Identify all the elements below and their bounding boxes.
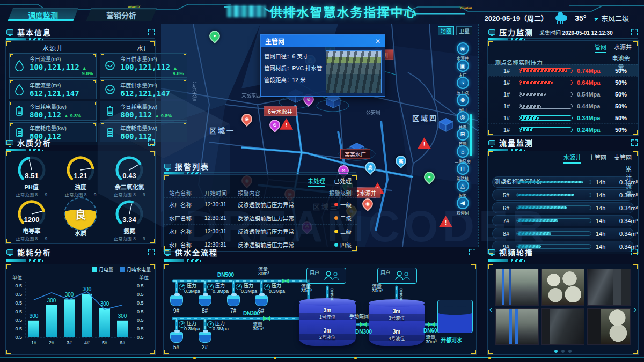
alarm-site: 水厂名称 bbox=[169, 214, 204, 222]
expand-icon[interactable] bbox=[148, 29, 155, 35]
video-thumbnail-dark-equipment-2[interactable] bbox=[541, 308, 585, 345]
video-thumbnail-tank-wall[interactable] bbox=[541, 269, 585, 306]
expand-icon[interactable] bbox=[631, 29, 638, 35]
svg-text:0.5: 0.5 bbox=[137, 283, 144, 289]
stat-label: 年度耗电量(kw) bbox=[30, 124, 67, 132]
well-label: 9# bbox=[173, 308, 179, 314]
pressure-value: 0.3Mpa bbox=[213, 326, 229, 331]
map-mode-satellite-button[interactable]: 卫星 bbox=[456, 26, 472, 35]
point-name: 7# bbox=[496, 218, 516, 224]
svg-text:0.5: 0.5 bbox=[15, 317, 22, 323]
legend-3-button[interactable]: ⊗ bbox=[457, 94, 469, 106]
stat-delta-up: ▲ 9.8% bbox=[173, 65, 184, 76]
svg-text:0.5: 0.5 bbox=[137, 309, 144, 314]
pressure-bar bbox=[519, 92, 573, 97]
alarm-tab[interactable]: 未处理 bbox=[308, 176, 325, 187]
water-grade-value: 良 bbox=[65, 198, 96, 230]
svg-text:0.5: 0.5 bbox=[15, 283, 22, 289]
table-row: 1#0.54Mpa50% bbox=[488, 88, 638, 100]
legend-8-button[interactable]: △ bbox=[457, 180, 469, 192]
column-header: 测点名称 bbox=[494, 58, 519, 67]
flow-tab[interactable]: 支管网 bbox=[614, 153, 632, 164]
valve-icon bbox=[360, 322, 367, 327]
legend-6-button[interactable]: ⌂ bbox=[457, 145, 469, 158]
video-thumbnail-tank-wall-dark[interactable] bbox=[587, 308, 631, 345]
flow-tab[interactable]: 主管网 bbox=[589, 153, 606, 164]
water-drop-icon bbox=[13, 83, 26, 96]
expand-icon[interactable] bbox=[148, 249, 155, 255]
map-tag[interactable]: 某某水厂 bbox=[340, 149, 370, 159]
expand-icon[interactable] bbox=[631, 139, 638, 146]
date-text: 2020-05-19（周二） bbox=[485, 13, 548, 23]
legend-2-button[interactable]: ◔ bbox=[457, 77, 469, 89]
map-tag[interactable]: 6号水源井 bbox=[264, 106, 297, 116]
duration-bar bbox=[516, 180, 591, 184]
stat-value: 800,112 bbox=[30, 110, 61, 119]
stat-value: 100,121,112 bbox=[120, 63, 170, 71]
carousel-next-arrow[interactable]: › bbox=[633, 304, 636, 315]
gauge-label: 浊度 bbox=[75, 182, 86, 191]
legend-0-button[interactable]: ◉ bbox=[457, 42, 469, 55]
point-name: 5# bbox=[496, 192, 516, 198]
expand-icon[interactable] bbox=[631, 249, 638, 255]
panel-icon bbox=[6, 140, 13, 145]
popup-row: 管段距离：12 米 bbox=[264, 74, 323, 86]
expand-icon[interactable] bbox=[469, 249, 475, 255]
pipe-name: DN300 bbox=[355, 329, 372, 335]
panel-video: 视频轮播 ‹ › bbox=[485, 246, 641, 357]
point-name: 1# bbox=[494, 79, 519, 86]
panel-title: 供水全流程 bbox=[175, 247, 218, 257]
point-name: 1# bbox=[494, 115, 519, 121]
pressure-tab[interactable]: 管网 bbox=[595, 42, 606, 53]
alarm-content: 反渗透膜前后压力异常 bbox=[238, 214, 318, 222]
pressure-value: 0.44Mpa bbox=[577, 103, 610, 109]
carousel-prev-arrow[interactable]: ‹ bbox=[489, 304, 493, 315]
level-dot bbox=[334, 230, 338, 233]
legend-1-button[interactable]: ▣ bbox=[457, 60, 469, 72]
alarm-tab[interactable]: 已处理 bbox=[334, 176, 352, 187]
alarm-columns: 站点名称开始时间报警内容报警级别 bbox=[164, 188, 357, 197]
map-zoom-slider[interactable] bbox=[470, 114, 472, 156]
point-name: 1# bbox=[494, 68, 519, 74]
alarm-content: 反渗透膜前后压力异常 bbox=[238, 201, 318, 209]
svg-text:8.51: 8.51 bbox=[25, 172, 38, 180]
carousel-dot[interactable] bbox=[561, 350, 565, 353]
duration-bar bbox=[516, 218, 591, 223]
water-tank: 3m3号液位3m4号液位 bbox=[369, 303, 425, 346]
user-pipe-name: DN500 bbox=[330, 288, 334, 301]
video-thumbnail-pump-room[interactable] bbox=[495, 269, 539, 306]
table-row: 1#0.64Mpa50% bbox=[488, 76, 638, 88]
stat-text: 年度流量(m³)612,121,147 bbox=[30, 81, 79, 98]
legend-5-button[interactable]: ⊞ bbox=[457, 128, 469, 141]
pressure-bar bbox=[519, 115, 573, 121]
popup-title: 主管网 bbox=[265, 36, 284, 46]
video-thumbnail-dark-equipment[interactable] bbox=[587, 269, 631, 306]
flow-tab[interactable]: 水源井 bbox=[564, 153, 581, 164]
video-thumbnail-pump-room-blue[interactable] bbox=[495, 308, 539, 345]
carousel-dot[interactable] bbox=[568, 350, 572, 353]
flow-value: 30m³ bbox=[426, 339, 437, 344]
duration-value: 14h bbox=[596, 231, 619, 237]
carousel-dot[interactable] bbox=[554, 350, 558, 353]
stat-delta-up: ▲ 9.8% bbox=[64, 113, 81, 119]
legend-7-button[interactable]: ⊓ bbox=[457, 162, 469, 175]
panel-icon bbox=[6, 29, 13, 35]
panel-process: 供水全流程 DN500流量30m³DN300流量30m³压力0.3Mpa9#压力… bbox=[161, 246, 479, 357]
panel-alarm-list: 报警列表 未处理已处理 站点名称开始时间报警内容报警级别 水厂名称12:30:3… bbox=[161, 161, 360, 245]
group-title: 水厂 bbox=[100, 43, 187, 51]
legend-4-button[interactable]: ◎ bbox=[457, 111, 469, 123]
pipe-name: DN300 bbox=[243, 311, 260, 316]
pressure-tab[interactable]: 水源井 bbox=[614, 42, 632, 53]
popup-row: 管网材质：PVC 排水管 bbox=[264, 62, 323, 74]
level-dot bbox=[334, 216, 338, 220]
water-drop-icon bbox=[13, 59, 26, 72]
valve-icon bbox=[263, 316, 270, 321]
gauge-range: 正常范围 8 — 9 bbox=[16, 191, 47, 197]
table-row: 1#0.44Mpa50% bbox=[488, 100, 638, 112]
expand-icon[interactable] bbox=[148, 139, 155, 146]
legend-label: 月电量 bbox=[99, 266, 113, 273]
map-mode-map-button[interactable]: 地图 bbox=[438, 26, 454, 35]
valve-icon bbox=[428, 322, 435, 327]
legend-9-button[interactable]: ◀ bbox=[457, 197, 469, 209]
close-icon[interactable]: ✕ bbox=[375, 38, 380, 45]
